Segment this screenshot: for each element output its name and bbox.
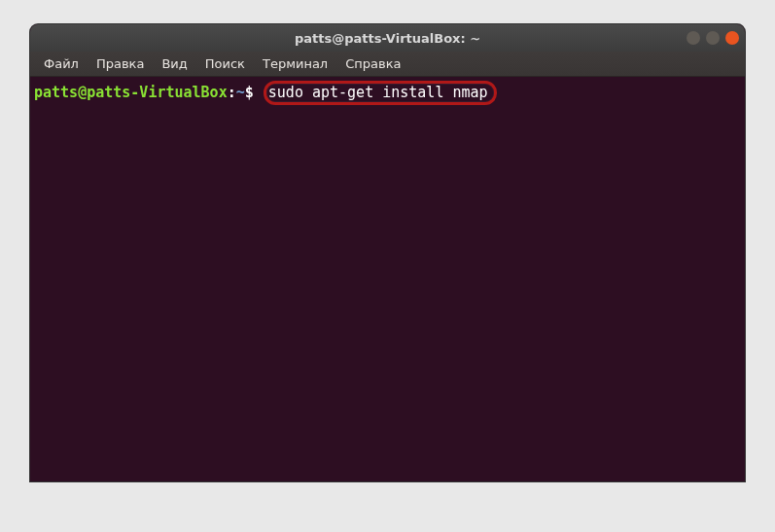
prompt-sigil: $ xyxy=(245,84,254,101)
close-icon[interactable] xyxy=(725,31,739,45)
menu-file[interactable]: Файл xyxy=(36,53,87,74)
menu-view[interactable]: Вид xyxy=(154,53,194,74)
prompt-separator: : xyxy=(228,84,236,101)
titlebar: patts@patts-VirtualBox: ~ xyxy=(30,24,745,52)
minimize-icon[interactable] xyxy=(687,31,700,45)
window-controls xyxy=(687,31,739,45)
window-title: patts@patts-VirtualBox: ~ xyxy=(295,31,480,46)
maximize-icon[interactable] xyxy=(706,31,720,45)
menubar: Файл Правка Вид Поиск Терминал Справка xyxy=(30,52,745,77)
menu-search[interactable]: Поиск xyxy=(197,53,253,74)
prompt-user-host: patts@patts-VirtualBox xyxy=(34,84,228,101)
menu-edit[interactable]: Правка xyxy=(88,53,152,74)
menu-help[interactable]: Справка xyxy=(337,53,408,74)
terminal-body[interactable]: patts@patts-VirtualBox:~$ sudo apt-get i… xyxy=(30,77,745,481)
terminal-window: patts@patts-VirtualBox: ~ Файл Правка Ви… xyxy=(30,24,745,481)
prompt-cwd: ~ xyxy=(236,84,245,101)
menu-terminal[interactable]: Терминал xyxy=(255,53,335,74)
command-highlight: sudo apt-get install nmap xyxy=(264,81,497,105)
command-text: sudo apt-get install nmap xyxy=(268,84,488,101)
